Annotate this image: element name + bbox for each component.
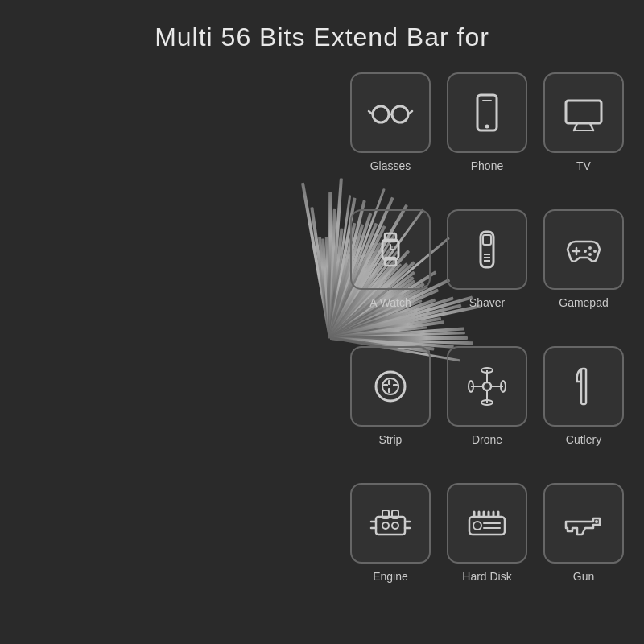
watch-icon <box>366 225 415 274</box>
icon-box-drone <box>447 346 527 427</box>
drone-icon <box>463 362 511 411</box>
svg-point-0 <box>373 106 389 122</box>
icon-box-phone <box>447 72 527 153</box>
icon-label-gamepad: Gamepad <box>559 296 608 309</box>
icon-cell-glasses: Glasses <box>346 72 435 201</box>
tv-icon <box>559 89 608 137</box>
svg-rect-53 <box>469 517 505 535</box>
bits-fan <box>0 0 370 644</box>
icon-cell-strip: Strip <box>346 346 435 475</box>
svg-point-28 <box>376 372 405 401</box>
engine-icon <box>366 499 415 547</box>
glasses-icon <box>366 89 415 137</box>
icon-cell-watch: A Watch <box>346 209 435 338</box>
icon-cell-phone: Phone <box>443 72 531 201</box>
icon-cell-drone: Drone <box>443 346 531 475</box>
svg-rect-31 <box>388 388 390 393</box>
icon-label-cutlery: Cutlery <box>566 433 601 446</box>
cutlery-icon <box>559 362 608 411</box>
svg-rect-32 <box>383 384 388 386</box>
icon-label-shaver: Shaver <box>469 296 505 309</box>
svg-point-34 <box>483 382 491 390</box>
icon-cell-gamepad: Gamepad <box>539 209 628 338</box>
svg-rect-33 <box>393 384 398 386</box>
gamepad-icon <box>559 225 608 274</box>
shaver-icon <box>463 225 511 274</box>
svg-point-6 <box>485 125 489 129</box>
icon-cell-gun: Gun <box>539 483 628 612</box>
icon-box-shaver <box>447 209 527 290</box>
icon-box-harddisk <box>447 483 527 564</box>
svg-point-25 <box>593 250 597 253</box>
harddisk-icon <box>463 499 511 547</box>
svg-rect-30 <box>388 380 390 385</box>
svg-rect-44 <box>376 517 405 535</box>
icon-cell-harddisk: Hard Disk <box>443 483 531 612</box>
icon-label-strip: Strip <box>379 433 402 446</box>
icon-label-gun: Gun <box>573 570 594 583</box>
icon-box-tv <box>543 72 624 153</box>
icon-box-strip <box>350 346 431 427</box>
icon-label-watch: A Watch <box>369 296 411 309</box>
icon-label-harddisk: Hard Disk <box>462 570 511 583</box>
icon-box-gamepad <box>543 209 624 290</box>
svg-point-24 <box>588 246 592 250</box>
svg-point-63 <box>595 520 598 523</box>
gun-icon <box>559 499 608 547</box>
strip-icon <box>366 362 415 411</box>
icon-box-cutlery <box>543 346 624 427</box>
icons-grid: Glasses Phone TV <box>346 72 628 612</box>
svg-point-50 <box>392 522 398 529</box>
icon-cell-shaver: Shaver <box>443 209 531 338</box>
icon-cell-tv: TV <box>539 72 628 201</box>
svg-point-49 <box>382 522 389 529</box>
icon-label-glasses: Glasses <box>370 159 411 172</box>
svg-point-26 <box>588 253 592 256</box>
icon-box-gun <box>543 483 624 564</box>
svg-rect-18 <box>483 235 491 245</box>
icon-box-glasses <box>350 72 431 153</box>
phone-icon <box>463 89 511 137</box>
svg-point-27 <box>584 250 587 253</box>
svg-rect-43 <box>581 369 586 404</box>
icon-cell-cutlery: Cutlery <box>539 346 628 475</box>
icon-label-engine: Engine <box>373 570 408 583</box>
svg-point-60 <box>473 522 481 530</box>
svg-rect-8 <box>566 101 601 123</box>
icon-label-drone: Drone <box>472 433 502 446</box>
icon-box-watch <box>350 209 431 290</box>
icon-box-engine <box>350 483 431 564</box>
svg-point-1 <box>392 106 408 122</box>
icon-label-phone: Phone <box>471 159 503 172</box>
icon-label-tv: TV <box>576 159 591 172</box>
icon-cell-engine: Engine <box>346 483 435 612</box>
